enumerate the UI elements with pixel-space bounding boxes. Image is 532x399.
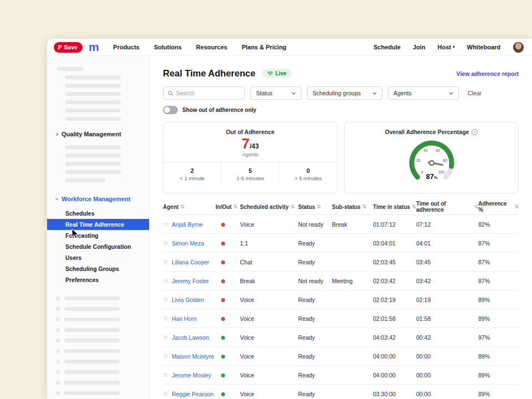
skeleton-bar bbox=[56, 339, 60, 342]
agents-dropdown[interactable]: Agents bbox=[388, 86, 459, 100]
star-icon[interactable]: ☆ bbox=[163, 352, 168, 360]
table-row: ☆Livia GoldenVoiceReady02:02:1902:1989% bbox=[163, 290, 519, 309]
sidebar-item-preferences[interactable]: Preferences bbox=[47, 274, 149, 285]
cell-adherence: 87% bbox=[478, 278, 519, 284]
column-header-status[interactable]: Status⇅ bbox=[298, 204, 332, 210]
skeleton-bar bbox=[56, 307, 60, 311]
cell-activity: Voice bbox=[240, 296, 298, 303]
agent-link[interactable]: Livia Golden bbox=[172, 296, 204, 303]
agent-link[interactable]: Reggie Pearson bbox=[172, 391, 213, 397]
table-row: ☆Maison McintyreVoiceReady04:00:0000:008… bbox=[163, 347, 519, 366]
table-row: ☆Jerome MosleyVoiceReady04:00:0000:0089% bbox=[163, 366, 519, 385]
star-icon[interactable]: ☆ bbox=[163, 315, 168, 322]
star-icon[interactable]: ☆ bbox=[163, 258, 168, 265]
column-header-scheduled-activity[interactable]: Scheduled activity⇅ bbox=[240, 204, 298, 210]
cell-activity: Voice bbox=[240, 315, 298, 322]
sidebar-item-real-time-adherence[interactable]: Real Time Adherence bbox=[47, 219, 149, 230]
avatar[interactable] bbox=[513, 42, 524, 53]
chevron-down-icon bbox=[291, 92, 296, 95]
sidebar-item-quality-management[interactable]: › Quality Management bbox=[47, 129, 149, 140]
out-of-adherence-card: Out of Adherence 7/43 Agents 2 < 1 minut… bbox=[163, 122, 337, 193]
cell-time_out: 00:00 bbox=[416, 372, 478, 378]
agent-link[interactable]: Hari Horn bbox=[172, 315, 197, 322]
show-out-of-adherence-toggle[interactable] bbox=[163, 106, 178, 114]
search-input[interactable] bbox=[176, 90, 240, 96]
adherence-gauge: 0 20 40 60 80 100 87% bbox=[382, 135, 482, 187]
column-header-agent[interactable]: Agent⇅ bbox=[163, 204, 216, 210]
table-header: Agent⇅ In/Out⇅ Scheduled activity⇅ Statu… bbox=[163, 199, 519, 215]
column-header-sub-status[interactable]: Sub-status⇅ bbox=[332, 204, 373, 210]
skeleton-row bbox=[47, 388, 149, 398]
skeleton-bar bbox=[64, 296, 120, 300]
wifi-icon bbox=[267, 71, 273, 76]
skeleton-bar bbox=[65, 154, 121, 157]
info-icon[interactable]: i bbox=[472, 129, 478, 135]
cell-time_in_status: 01:07:12 bbox=[373, 221, 416, 228]
inout-status-dot bbox=[221, 374, 225, 377]
skeleton-bar bbox=[64, 370, 120, 374]
cell-sub_status: Meeting bbox=[332, 278, 373, 284]
nav-link-whiteboard[interactable]: Whiteboard bbox=[467, 44, 501, 50]
cell-adherence: 97% bbox=[478, 334, 519, 341]
agent-link[interactable]: Jerome Mosley bbox=[172, 372, 211, 378]
table-row: ☆Jacob LawsonVoiceReady04:03:4200:4297% bbox=[163, 328, 519, 347]
skeleton-bar bbox=[65, 145, 121, 149]
agent-link[interactable]: Jeremy Foster bbox=[172, 278, 209, 284]
sidebar-item-users[interactable]: Users bbox=[47, 252, 149, 263]
app-logo[interactable]: m bbox=[89, 43, 99, 52]
clear-filters-button[interactable]: Clear bbox=[468, 90, 482, 96]
star-icon[interactable]: ☆ bbox=[163, 371, 168, 378]
nav-link-plans-pricing[interactable]: Plans & Pricing bbox=[242, 44, 287, 50]
out-of-adherence-title: Out of Adherence bbox=[163, 129, 337, 135]
cell-adherence: 87% bbox=[478, 240, 519, 247]
pinterest-save-button[interactable]: P Save bbox=[54, 42, 83, 53]
nav-link-schedule[interactable]: Schedule bbox=[374, 44, 401, 50]
skeleton-bar bbox=[64, 339, 120, 342]
skeleton-bar bbox=[56, 370, 60, 374]
sidebar-item-workforce-management[interactable]: › Workforce Management bbox=[47, 193, 149, 204]
agent-link[interactable]: Maison Mcintyre bbox=[172, 353, 214, 360]
column-header-time-out-of-adherence[interactable]: Time out of adherence⇅ bbox=[416, 201, 478, 213]
agent-link[interactable]: Anjali Byrne bbox=[172, 221, 203, 228]
nav-link-products[interactable]: Products bbox=[113, 44, 140, 50]
cell-activity: Voice bbox=[240, 391, 298, 397]
gauge-tick: 20 bbox=[416, 158, 420, 162]
nav-link-host[interactable]: Host ▾ bbox=[438, 44, 455, 50]
toggle-label: Show out of adherence only bbox=[182, 107, 256, 113]
star-icon[interactable]: ☆ bbox=[163, 390, 168, 397]
column-header-time-in-status[interactable]: Time in status⇅ bbox=[373, 204, 416, 210]
sort-icon: ⇅ bbox=[317, 204, 321, 209]
cell-time_in_status: 02:03:42 bbox=[373, 278, 416, 284]
inout-status-dot bbox=[221, 223, 225, 227]
search-box[interactable] bbox=[163, 86, 245, 100]
column-header-adherence[interactable]: Adherence %⇅ bbox=[478, 201, 519, 213]
sidebar-item-schedules[interactable]: Schedules bbox=[47, 208, 149, 219]
nav-link-join[interactable]: Join bbox=[413, 44, 426, 50]
skeleton-row bbox=[47, 335, 149, 346]
chevron-down-icon: › bbox=[53, 198, 61, 200]
table-row: ☆Simon Meza1:1Ready03:04:0104:0187% bbox=[163, 234, 519, 253]
star-icon[interactable]: ☆ bbox=[163, 221, 168, 228]
status-dropdown[interactable]: Status bbox=[250, 86, 301, 100]
star-icon[interactable]: ☆ bbox=[163, 334, 168, 341]
agent-link[interactable]: Simon Meza bbox=[172, 240, 204, 247]
view-adherence-report-link[interactable]: View adherence report bbox=[457, 70, 519, 77]
column-header-in-out[interactable]: In/Out⇅ bbox=[216, 204, 240, 210]
skeleton-row bbox=[47, 346, 149, 356]
sidebar-item-forecasting[interactable]: Forecasting bbox=[47, 230, 149, 241]
nav-link-solutions[interactable]: Solutions bbox=[154, 44, 182, 50]
chevron-down-icon bbox=[449, 92, 453, 95]
star-icon[interactable]: ☆ bbox=[163, 277, 168, 284]
sort-icon: ⇅ bbox=[233, 204, 238, 209]
sidebar-item-scheduling-groups[interactable]: Scheduling Groups bbox=[47, 263, 149, 274]
agent-link[interactable]: Liliana Cooper bbox=[172, 259, 209, 265]
star-icon[interactable]: ☆ bbox=[163, 296, 168, 303]
scheduling-groups-dropdown[interactable]: Scheduling groups bbox=[307, 86, 382, 100]
star-icon[interactable]: ☆ bbox=[163, 239, 168, 247]
sidebar-item-schedule-configuration[interactable]: Schedule Configuration bbox=[47, 241, 149, 252]
skeleton-bar bbox=[65, 178, 105, 182]
nav-link-resources[interactable]: Resources bbox=[196, 44, 227, 50]
cell-adherence: 89% bbox=[478, 353, 519, 360]
top-navigation: P Save m Products Solutions Resources Pl… bbox=[47, 39, 532, 56]
agent-link[interactable]: Jacob Lawson bbox=[172, 334, 209, 341]
